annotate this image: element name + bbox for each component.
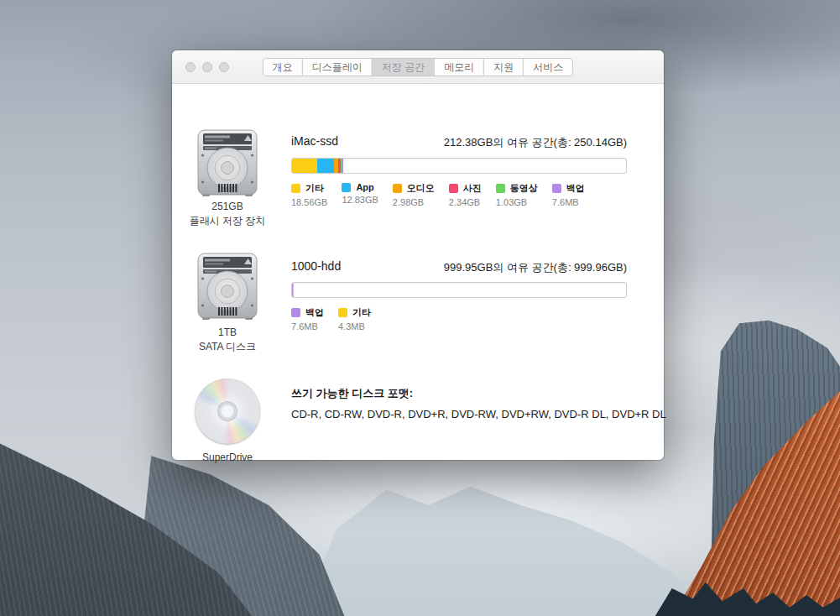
legend-item: 백업7.6MB bbox=[552, 182, 585, 207]
close-button[interactable] bbox=[185, 62, 196, 72]
legend-value: 4.3MB bbox=[338, 321, 371, 331]
legend-item: App12.83GB bbox=[342, 182, 378, 207]
disk1-size-label: 251GB bbox=[172, 200, 283, 214]
disk1-type-label: 플래시 저장 장치 bbox=[172, 214, 283, 228]
disk2-caption: 1TB SATA 디스크 bbox=[172, 326, 283, 354]
tab-bar: 개요디스플레이저장 공간메모리지원서비스 bbox=[263, 58, 573, 76]
superdrive-name: SuperDrive bbox=[172, 451, 283, 465]
legend-swatch bbox=[291, 184, 300, 193]
disk1-icon-area bbox=[172, 129, 283, 201]
disk2-icon-area bbox=[172, 253, 283, 325]
storage-segment bbox=[293, 283, 294, 297]
window-titlebar[interactable]: 개요디스플레이저장 공간메모리지원서비스 bbox=[172, 50, 664, 84]
legend-value: 7.6MB bbox=[291, 321, 324, 331]
disk1-legend: 기타18.56GBApp12.83GB오디오2.98GB사진2.34GB동영상1… bbox=[291, 182, 599, 207]
legend-item: 기타4.3MB bbox=[338, 306, 371, 331]
legend-label: 백업 bbox=[566, 182, 585, 195]
storage-pane: 251GB 플래시 저장 장치 iMac-ssd 212.38GB의 여유 공간… bbox=[172, 84, 664, 460]
disk2-storage-bar bbox=[291, 282, 627, 298]
storage-segment bbox=[292, 159, 317, 173]
legend-item: 백업7.6MB bbox=[291, 306, 324, 331]
legend-swatch bbox=[449, 184, 458, 193]
legend-value: 12.83GB bbox=[342, 195, 378, 205]
disk1-name: iMac-ssd bbox=[291, 134, 338, 148]
legend-value: 2.34GB bbox=[449, 197, 482, 207]
legend-label: 기타 bbox=[352, 306, 371, 319]
disk2-free-space-text: 999.95GB의 여유 공간(총: 999.96GB) bbox=[444, 260, 627, 275]
writable-formats-list: CD-R, CD-RW, DVD-R, DVD+R, DVD-RW, DVD+R… bbox=[291, 408, 666, 420]
tab-memory[interactable]: 메모리 bbox=[434, 59, 483, 76]
legend-item: 기타18.56GB bbox=[291, 182, 327, 207]
tab-service[interactable]: 서비스 bbox=[523, 59, 572, 76]
tab-overview[interactable]: 개요 bbox=[263, 59, 302, 76]
cd-disc-icon bbox=[195, 378, 260, 444]
storage-segment bbox=[342, 159, 343, 173]
about-this-mac-window: 개요디스플레이저장 공간메모리지원서비스 bbox=[172, 50, 664, 460]
legend-label: 기타 bbox=[305, 182, 324, 195]
legend-swatch bbox=[552, 184, 561, 193]
legend-value: 18.56GB bbox=[291, 197, 327, 207]
legend-item: 오디오2.98GB bbox=[393, 182, 435, 207]
legend-value: 2.98GB bbox=[393, 197, 435, 207]
tab-support[interactable]: 지원 bbox=[483, 59, 523, 76]
disk2-name: 1000-hdd bbox=[291, 259, 341, 273]
legend-swatch bbox=[338, 308, 347, 317]
legend-value: 1.03GB bbox=[496, 197, 538, 207]
disk1-free-space-text: 212.38GB의 여유 공간(총: 250.14GB) bbox=[444, 135, 627, 150]
legend-label: 오디오 bbox=[407, 182, 435, 195]
desktop: 개요디스플레이저장 공간메모리지원서비스 bbox=[0, 0, 840, 616]
legend-value: 7.6MB bbox=[552, 197, 585, 207]
legend-swatch bbox=[291, 308, 300, 317]
writable-formats-title: 쓰기 가능한 디스크 포맷: bbox=[291, 386, 413, 401]
disk2-legend: 백업7.6MB기타4.3MB bbox=[291, 306, 385, 331]
hard-disk-icon bbox=[196, 253, 259, 321]
legend-label: 백업 bbox=[305, 306, 324, 319]
tab-storage[interactable]: 저장 공간 bbox=[372, 59, 434, 76]
legend-item: 사진2.34GB bbox=[449, 182, 482, 207]
disk1-storage-bar bbox=[291, 158, 627, 174]
minimize-button[interactable] bbox=[202, 62, 212, 72]
tab-displays[interactable]: 디스플레이 bbox=[302, 59, 372, 76]
legend-label: 동영상 bbox=[510, 182, 538, 195]
legend-item: 동영상1.03GB bbox=[496, 182, 538, 207]
superdrive-caption: SuperDrive bbox=[172, 451, 283, 465]
legend-swatch bbox=[342, 183, 351, 192]
legend-label: 사진 bbox=[463, 182, 482, 195]
disk2-type-label: SATA 디스크 bbox=[172, 340, 283, 354]
disk1-caption: 251GB 플래시 저장 장치 bbox=[172, 200, 283, 228]
storage-segment bbox=[317, 159, 334, 173]
legend-swatch bbox=[496, 184, 505, 193]
legend-swatch bbox=[393, 184, 402, 193]
zoom-button[interactable] bbox=[219, 62, 229, 72]
traffic-lights bbox=[185, 62, 229, 72]
legend-label: App bbox=[356, 182, 373, 192]
hard-disk-icon bbox=[196, 129, 259, 198]
disk2-size-label: 1TB bbox=[172, 326, 283, 340]
